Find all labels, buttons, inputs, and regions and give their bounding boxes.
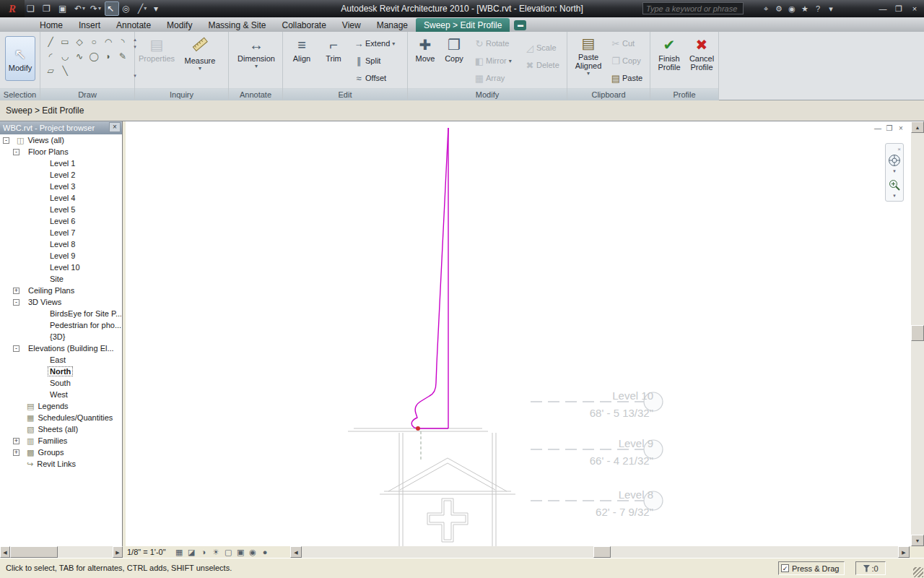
tree-item-label[interactable]: Level 3 [48, 182, 77, 191]
tree-item[interactable]: South [0, 377, 121, 389]
cut-button[interactable]: ✂ Cut [609, 35, 642, 52]
pick-faces-tool-icon[interactable]: ▱ [43, 64, 58, 78]
tree-item[interactable]: + ▥ Families [0, 435, 121, 447]
sketch-endpoint-dot[interactable] [416, 426, 420, 431]
browser-scroll-thumb[interactable] [10, 546, 58, 558]
tree-item-label[interactable]: East [48, 355, 67, 364]
show-crop-icon[interactable]: ▣ [235, 548, 247, 557]
tree-item-label[interactable]: Ceiling Plans [27, 286, 76, 295]
model-graphics-style-icon[interactable]: ◪ [186, 548, 198, 557]
center-ends-arc-tool-icon[interactable]: ◝ [116, 35, 130, 49]
tree-expander-icon[interactable]: + [13, 449, 19, 456]
spline-tool-icon[interactable]: ∿ [72, 49, 87, 64]
infocenter-search-icon[interactable]: ⌖ [759, 2, 772, 15]
tree-item-label[interactable]: Site [48, 275, 65, 283]
zoom-icon[interactable] [888, 178, 901, 191]
tree-item[interactable]: ↪ Revit Links [0, 458, 121, 470]
tree-item-label[interactable]: Pedestrian for pho... [48, 321, 121, 329]
measure-icon[interactable]: ╱▾ [136, 1, 151, 16]
tree-item-label[interactable]: Elevations (Building El... [27, 344, 116, 353]
tree-item-label[interactable]: 3D Views [27, 298, 63, 306]
view-minimize-icon[interactable]: — [872, 124, 884, 132]
open-icon[interactable]: ❐ [41, 1, 56, 16]
tree-item-label[interactable]: Views (all) [26, 136, 66, 144]
scroll-left-icon[interactable]: ◀ [0, 546, 10, 558]
tree-item[interactable]: Level 5 [0, 204, 121, 215]
tree-item[interactable]: Level 10 [0, 262, 121, 273]
line-tool-icon[interactable]: ╱ [43, 35, 58, 49]
crop-view-icon[interactable]: ▢ [222, 548, 235, 557]
tree-item-label[interactable]: Level 7 [48, 228, 77, 237]
search-input[interactable] [643, 4, 752, 13]
pick-walls-tool-icon[interactable]: ╲ [58, 64, 72, 78]
inscribed-polygon-tool-icon[interactable]: ◇ [72, 35, 87, 49]
tree-expander-icon[interactable] [35, 311, 41, 317]
tree-expander-icon[interactable] [35, 160, 41, 167]
level-annotation[interactable]: Level 9 66' - 4 21/32" [523, 437, 653, 467]
level-annotation[interactable]: Level 10 68' - 5 13/32" [523, 389, 653, 419]
align-button[interactable]: ≡ Align [287, 36, 316, 81]
communication-center-icon[interactable]: ◉ [785, 2, 798, 15]
tree-item-label[interactable]: North [48, 367, 72, 376]
paste-aligned-button[interactable]: ▤ Paste Aligned ▾ [570, 35, 606, 84]
navbar-close-icon[interactable]: × [897, 146, 901, 152]
tree-item[interactable]: {3D} [0, 331, 121, 342]
temporary-hide-isolate-icon[interactable]: ◉ [247, 548, 259, 557]
subscription-center-icon[interactable]: ⚙ [772, 2, 785, 15]
delete-button[interactable]: ✖ Delete [523, 56, 559, 74]
tree-item[interactable]: Level 9 [0, 250, 121, 262]
steering-wheel-caret-icon[interactable]: ▾ [893, 168, 896, 174]
tree-expander-icon[interactable] [35, 322, 41, 329]
array-button[interactable]: ▦ Array [473, 69, 512, 87]
tree-item-label[interactable]: Level 4 [48, 194, 77, 202]
tree-item-label[interactable]: Groups [36, 448, 65, 457]
tree-item[interactable]: Level 8 [0, 238, 121, 250]
shadows-icon[interactable]: ◑ [198, 548, 210, 557]
main-horizontal-scrollbar[interactable]: ◀ ▶ [290, 546, 910, 558]
save-icon[interactable]: ▣ [57, 1, 71, 16]
tree-expander-icon[interactable] [35, 195, 41, 202]
main-scroll-thumb[interactable] [593, 546, 611, 558]
tree-item-label[interactable]: Families [36, 436, 69, 445]
new-icon[interactable]: ❏ [25, 1, 40, 16]
copy-to-clipboard-button[interactable]: ❐ Copy [609, 52, 642, 69]
help-icon[interactable]: ? [811, 2, 824, 15]
tree-item-label[interactable]: BirdsEye for Site P... [48, 309, 121, 318]
recent-documents-icon[interactable]: ◎ [121, 1, 135, 16]
press-drag-checkbox[interactable]: ✓ [781, 564, 789, 572]
ribbon-tab[interactable]: Collaborate [274, 18, 334, 32]
tree-item[interactable]: Pedestrian for pho... [0, 319, 121, 331]
reveal-hidden-icon[interactable]: ● [259, 548, 271, 557]
tree-expander-icon[interactable] [13, 461, 19, 467]
restore-icon[interactable]: ❐ [891, 2, 907, 15]
zoom-caret-icon[interactable]: ▾ [893, 193, 896, 199]
revit-logo[interactable]: R [0, 0, 25, 17]
tree-expander-icon[interactable] [35, 380, 41, 387]
tree-item[interactable]: BirdsEye for Site P... [0, 308, 121, 319]
tree-item-label[interactable]: Revit Links [35, 460, 77, 468]
detail-level-icon[interactable]: ▦ [173, 548, 186, 557]
scroll-right-icon[interactable]: ▶ [898, 546, 910, 558]
partial-ellipse-tool-icon[interactable]: ◗ [101, 49, 116, 64]
modify-cursor-icon[interactable]: ↖ [105, 1, 119, 16]
tree-item[interactable]: ▧ Sheets (all) [0, 423, 121, 435]
scroll-down-icon[interactable]: ▼ [911, 535, 924, 546]
modify-button[interactable]: ↖ Modify [5, 36, 35, 81]
redo-icon[interactable]: ↷▾ [89, 1, 103, 16]
tree-item[interactable]: Level 7 [0, 227, 121, 238]
tree-item-label[interactable]: Sheets (all) [36, 425, 79, 434]
paste-button[interactable]: ▤ Paste [609, 69, 642, 87]
dimension-button[interactable]: ↔ Dimension ▾ [237, 36, 275, 81]
cancel-profile-button[interactable]: ✖ Cancel Profile [687, 36, 717, 81]
tree-item-label[interactable]: South [48, 379, 72, 387]
tree-item-label[interactable]: West [48, 390, 69, 399]
ribbon-tab[interactable]: Insert [71, 18, 108, 32]
view-scale-button[interactable]: 1/8" = 1'-0" [127, 548, 166, 556]
tree-expander-icon[interactable] [35, 357, 41, 363]
scroll-up-icon[interactable]: ▲ [911, 121, 924, 133]
minimize-icon[interactable]: — [875, 2, 891, 15]
tree-expander-icon[interactable] [35, 241, 41, 248]
pick-lines-tool-icon[interactable]: ✎ [116, 49, 130, 64]
tree-expander-icon[interactable]: - [13, 149, 19, 155]
tree-item-label[interactable]: Level 9 [48, 251, 77, 260]
